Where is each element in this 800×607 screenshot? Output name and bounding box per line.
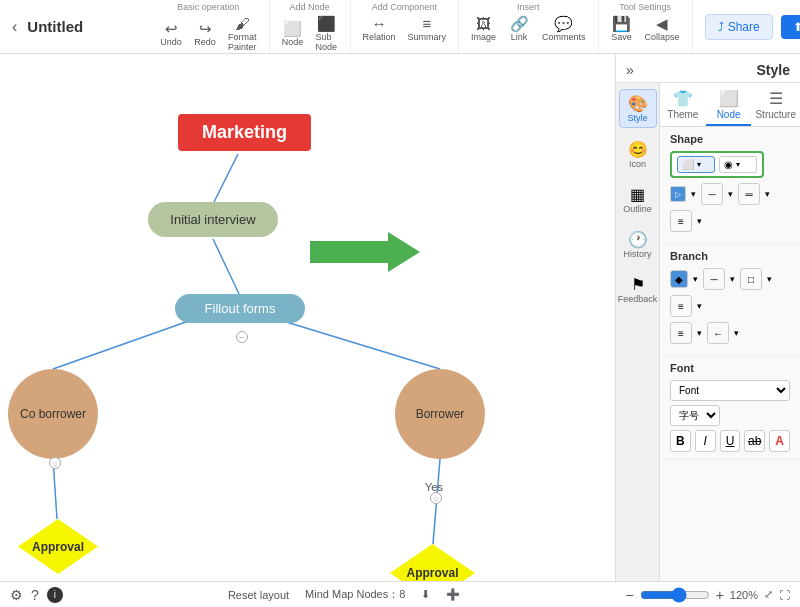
branch-line-arrow: ▾: [730, 274, 735, 284]
canvas-area[interactable]: Marketing Initial interview Fillout form…: [0, 54, 615, 581]
sub-node-label: Sub Node: [316, 32, 338, 52]
branch-line-swatch[interactable]: ─: [703, 268, 725, 290]
link-button[interactable]: 🔗 Link: [504, 14, 534, 44]
dropdown-arrow-2: ▾: [736, 160, 740, 169]
collapse-button[interactable]: ◀ Collapse: [641, 14, 684, 44]
zoom-percent-label: 120%: [730, 589, 758, 601]
branch-section-title: Branch: [670, 250, 790, 262]
branch-extra-2[interactable]: ←: [707, 322, 729, 344]
insert-btns: 🖼 Image 🔗 Link 💬 Comments: [467, 14, 590, 44]
settings-icon[interactable]: ⚙: [10, 587, 23, 603]
image-label: Image: [471, 32, 496, 42]
relation-label: Relation: [363, 32, 396, 42]
italic-button[interactable]: I: [695, 430, 716, 452]
underline-button[interactable]: U: [720, 430, 741, 452]
line-color-swatch[interactable]: ▷: [670, 186, 686, 202]
branch-shape-swatch[interactable]: □: [740, 268, 762, 290]
image-button[interactable]: 🖼 Image: [467, 14, 500, 44]
shape-dropdown-2[interactable]: ◉ ▾: [719, 156, 757, 173]
shape-row: ⬜ ▾ ◉ ▾: [670, 151, 790, 178]
fullscreen-icon[interactable]: ⛶: [779, 589, 790, 601]
font-color-button[interactable]: A: [769, 430, 790, 452]
summary-label: Summary: [408, 32, 447, 42]
line-width-1[interactable]: ═: [738, 183, 760, 205]
feedback-side-label: Feedback: [618, 294, 658, 304]
icon-side-icon[interactable]: 😊 Icon: [619, 136, 657, 173]
node-initial-interview[interactable]: Initial interview: [148, 202, 278, 237]
branch-color-swatch[interactable]: ◆: [670, 270, 688, 288]
collapse-dot-coborrower[interactable]: ○: [49, 457, 61, 469]
panel-collapse-button[interactable]: »: [626, 62, 634, 78]
strikethrough-button[interactable]: ab: [744, 430, 765, 452]
toolbar-groups: Basic operation ↩ Undo ↪ Redo 🖌 Format P…: [148, 0, 693, 53]
save-button[interactable]: 💾 Save: [607, 14, 637, 44]
node-approval-right[interactable]: Approval: [390, 544, 475, 581]
branch-align-swatch[interactable]: ≡: [670, 295, 692, 317]
tab-structure[interactable]: ☰ Structure: [751, 83, 800, 126]
node-fillout-forms[interactable]: Fillout forms: [175, 294, 305, 323]
tab-theme[interactable]: 👕 Theme: [660, 83, 706, 126]
history-side-icon[interactable]: 🕐 History: [619, 226, 657, 263]
group-label-insert: Insert: [517, 2, 540, 12]
style-side-label: Style: [627, 113, 647, 123]
undo-button[interactable]: ↩ Undo: [156, 19, 186, 49]
comments-button[interactable]: 💬 Comments: [538, 14, 590, 44]
node-marketing[interactable]: Marketing: [178, 114, 311, 151]
help-icon[interactable]: ?: [31, 587, 39, 603]
outline-side-icon[interactable]: ▦ Outline: [619, 181, 657, 218]
export-button[interactable]: ⬆ Export: [781, 15, 800, 39]
line-width-dropdown: ▾: [765, 189, 770, 199]
font-family-select[interactable]: Font: [670, 380, 790, 401]
shape-dropdown-1[interactable]: ⬜ ▾: [677, 156, 715, 173]
feedback-side-icon[interactable]: ⚑ Feedback: [619, 271, 657, 308]
basic-btns: ↩ Undo ↪ Redo 🖌 Format Painter: [156, 14, 261, 54]
relation-button[interactable]: ↔ Relation: [359, 14, 400, 44]
redo-button[interactable]: ↪ Redo: [190, 19, 220, 49]
icon-icon: 😊: [628, 140, 648, 159]
line-color-icon: ▷: [675, 190, 681, 199]
node-approval-left[interactable]: Approval: [18, 519, 98, 574]
back-button[interactable]: ‹: [8, 14, 21, 40]
main-area: Marketing Initial interview Fillout form…: [0, 54, 800, 581]
tab-node[interactable]: ⬜ Node: [706, 83, 752, 126]
node-button[interactable]: ⬜ Node: [278, 19, 308, 49]
collapse-dot-fillout[interactable]: −: [236, 331, 248, 343]
zoom-slider[interactable]: [640, 587, 710, 603]
zoom-out-button[interactable]: −: [625, 587, 633, 603]
bold-button[interactable]: B: [670, 430, 691, 452]
add-node-statusbar-icon[interactable]: ➕: [446, 588, 460, 601]
add-node-btns: ⬜ Node ⬛ Sub Node: [278, 14, 342, 54]
panel-title: Style: [757, 62, 790, 78]
toolbar-group-add-node: Add Node ⬜ Node ⬛ Sub Node: [270, 0, 351, 53]
green-arrow-body: [310, 241, 388, 263]
format-painter-button[interactable]: 🖌 Format Painter: [224, 14, 261, 54]
style-side-icon[interactable]: 🎨 Style: [619, 89, 657, 128]
sub-node-icon: ⬛: [317, 16, 336, 31]
comments-icon: 💬: [554, 16, 573, 31]
outline-side-label: Outline: [623, 204, 652, 214]
download-icon[interactable]: ⬇: [421, 588, 430, 601]
shape-icon-1: ⬜: [682, 159, 694, 170]
share-button[interactable]: ⤴ Share: [705, 14, 773, 40]
collapse-dot-borrower[interactable]: ○: [430, 492, 442, 504]
font-size-select[interactable]: 字号: [670, 405, 720, 426]
green-arrow-head: [388, 232, 420, 272]
sub-node-button[interactable]: ⬛ Sub Node: [312, 14, 342, 54]
format-painter-label: Format Painter: [228, 32, 257, 52]
line-end-1[interactable]: ≡: [670, 210, 692, 232]
line-end-dropdown: ▾: [697, 216, 702, 226]
toolbar-right: ⤴ Share ⬆ Export: [693, 0, 800, 53]
svg-line-2: [53, 317, 200, 369]
info-icon[interactable]: i: [47, 587, 63, 603]
node-borrower[interactable]: Borrower: [395, 369, 485, 459]
node-co-borrower[interactable]: Co borrower: [8, 369, 98, 459]
summary-button[interactable]: ≡ Summary: [404, 14, 451, 44]
line-style-1[interactable]: ─: [701, 183, 723, 205]
reset-layout-button[interactable]: Reset layout: [228, 589, 289, 601]
fit-screen-icon[interactable]: ⤢: [764, 588, 773, 601]
undo-label: Undo: [160, 37, 182, 47]
zoom-in-button[interactable]: +: [716, 587, 724, 603]
dropdown-arrow-1: ▾: [697, 160, 701, 169]
branch-extra-1[interactable]: ≡: [670, 322, 692, 344]
panel-body: 🎨 Style 😊 Icon ▦ Outline 🕐 History ⚑: [616, 83, 800, 581]
